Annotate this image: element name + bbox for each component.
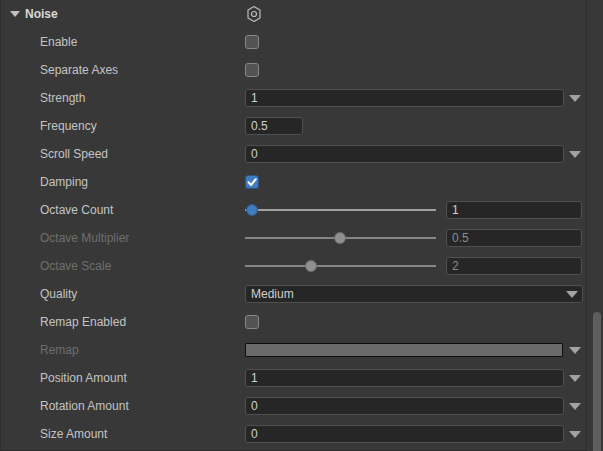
field-value: 0 xyxy=(251,398,258,414)
field-value: 2 xyxy=(452,258,459,274)
dropdown-arrow-icon[interactable] xyxy=(566,291,578,298)
row-label: Quality xyxy=(40,287,77,301)
field-value: 1 xyxy=(251,370,258,386)
dropdown-arrow-icon xyxy=(569,347,581,354)
octave-multiplier-value-field: 0.5 xyxy=(446,229,582,247)
remap-curve-field xyxy=(245,343,563,357)
dropdown-arrow-icon[interactable] xyxy=(569,431,581,438)
row-rotation-amount: Rotation Amount0 xyxy=(0,392,603,420)
popup-value: Medium xyxy=(251,286,294,302)
frequency-field[interactable]: 0.5 xyxy=(245,117,303,135)
row-octave-count: Octave Count1 xyxy=(0,196,603,224)
row-label: Octave Scale xyxy=(40,259,111,273)
octave-scale-slider-handle xyxy=(305,260,317,272)
row-label: Strength xyxy=(40,91,85,105)
strength-field[interactable]: 1 xyxy=(245,89,564,107)
octave-scale-value-field: 2 xyxy=(446,257,582,275)
row-label: Rotation Amount xyxy=(40,399,129,413)
check-icon xyxy=(246,176,258,188)
rows: EnableSeparate AxesStrength1Frequency0.5… xyxy=(0,28,603,448)
field-value: 0 xyxy=(251,426,258,442)
dropdown-arrow-icon[interactable] xyxy=(569,403,581,410)
octave-scale-slider-track xyxy=(245,265,436,267)
row-label: Separate Axes xyxy=(40,63,118,77)
row-label: Damping xyxy=(40,175,88,189)
row-label: Octave Count xyxy=(40,203,113,217)
row-remap: Remap xyxy=(0,336,603,364)
scroll-speed-field[interactable]: 0 xyxy=(245,145,564,163)
row-position-amount: Position Amount1 xyxy=(0,364,603,392)
panel-title: Noise xyxy=(25,7,58,21)
row-scroll-speed: Scroll Speed0 xyxy=(0,140,603,168)
preset-icon[interactable] xyxy=(246,5,262,23)
row-label: Size Amount xyxy=(40,427,107,441)
octave-count-slider-track[interactable] xyxy=(245,209,436,211)
dropdown-arrow-icon[interactable] xyxy=(569,375,581,382)
field-value: 0.5 xyxy=(251,118,268,134)
row-octave-multiplier: Octave Multiplier0.5 xyxy=(0,224,603,252)
scrollbar-thumb[interactable] xyxy=(593,312,601,451)
dropdown-arrow-icon[interactable] xyxy=(569,151,581,158)
row-label: Enable xyxy=(40,35,77,49)
row-enable: Enable xyxy=(0,28,603,56)
rotation-amount-field[interactable]: 0 xyxy=(245,397,564,415)
row-label: Scroll Speed xyxy=(40,147,108,161)
position-amount-field[interactable]: 1 xyxy=(245,369,564,387)
octave-count-slider-handle[interactable] xyxy=(246,204,258,216)
row-label: Frequency xyxy=(40,119,97,133)
row-label: Octave Multiplier xyxy=(40,231,129,245)
dropdown-arrow-icon[interactable] xyxy=(569,95,581,102)
field-value: 0.5 xyxy=(452,230,469,246)
row-remap-enabled: Remap Enabled xyxy=(0,308,603,336)
row-frequency: Frequency0.5 xyxy=(0,112,603,140)
row-damping: Damping xyxy=(0,168,603,196)
row-separate-axes: Separate Axes xyxy=(0,56,603,84)
row-size-amount: Size Amount0 xyxy=(0,420,603,448)
row-label: Remap xyxy=(40,343,79,357)
octave-multiplier-slider-handle xyxy=(334,232,346,244)
row-quality: QualityMedium xyxy=(0,280,603,308)
damping-checkbox[interactable] xyxy=(245,175,259,189)
noise-module-header[interactable]: Noise xyxy=(0,0,603,28)
row-octave-scale: Octave Scale2 xyxy=(0,252,603,280)
octave-count-value-field[interactable]: 1 xyxy=(446,201,582,219)
field-value: 0 xyxy=(251,146,258,162)
row-label: Remap Enabled xyxy=(40,315,126,329)
size-amount-field[interactable]: 0 xyxy=(245,425,564,443)
row-label: Position Amount xyxy=(40,371,127,385)
separate-axes-checkbox[interactable] xyxy=(245,63,259,77)
remap-enabled-checkbox[interactable] xyxy=(245,315,259,329)
row-strength: Strength1 xyxy=(0,84,603,112)
field-value: 1 xyxy=(251,90,258,106)
quality-dropdown[interactable]: Medium xyxy=(245,285,583,303)
enable-checkbox[interactable] xyxy=(245,35,259,49)
field-value: 1 xyxy=(452,202,459,218)
foldout-arrow-icon[interactable] xyxy=(10,11,20,17)
noise-module-panel: Noise EnableSeparate AxesStrength1Freque… xyxy=(0,0,603,451)
